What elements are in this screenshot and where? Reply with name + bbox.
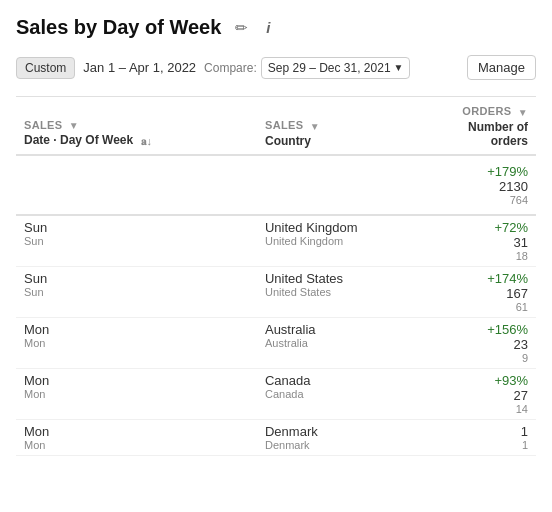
- change-1: +174%: [430, 271, 528, 286]
- country-secondary-4: Denmark: [265, 439, 414, 451]
- cell-orders-0: +72% 31 18: [422, 215, 536, 267]
- day-primary-1: Sun: [24, 271, 249, 286]
- country-primary-3: Canada: [265, 373, 414, 388]
- cell-day-3: Mon Mon: [16, 368, 257, 419]
- cell-day-0: Sun Sun: [16, 215, 257, 267]
- sort-icon-1: ▼: [69, 120, 79, 131]
- orders-secondary-0: 18: [430, 250, 528, 262]
- summary-orders-secondary: 764: [430, 194, 528, 206]
- country-secondary-0: United Kingdom: [265, 235, 414, 247]
- toolbar: Custom Jan 1 – Apr 1, 2022 Compare: Sep …: [16, 55, 536, 80]
- summary-orders: +179% 2130 764: [422, 155, 536, 215]
- sort-icon-3: ▼: [518, 107, 528, 118]
- country-primary-0: United Kingdom: [265, 220, 414, 235]
- info-icon: i: [266, 19, 270, 36]
- day-primary-4: Mon: [24, 424, 249, 439]
- date-range: Jan 1 – Apr 1, 2022: [83, 60, 196, 75]
- country-primary-1: United States: [265, 271, 414, 286]
- cell-country-1: United States United States: [257, 266, 422, 317]
- page-header: Sales by Day of Week ✏ i: [16, 16, 536, 39]
- cell-orders-2: +156% 23 9: [422, 317, 536, 368]
- cell-orders-3: +93% 27 14: [422, 368, 536, 419]
- day-primary-2: Mon: [24, 322, 249, 337]
- col-sub-day: Date · Day Of Week 𝐚↓: [24, 133, 249, 147]
- col-group-orders: ORDERS ▼: [462, 105, 528, 117]
- day-primary-3: Mon: [24, 373, 249, 388]
- day-primary-0: Sun: [24, 220, 249, 235]
- sort-icon-2: ▼: [310, 121, 320, 132]
- day-secondary-4: Mon: [24, 439, 249, 451]
- table-row: Sun Sun United Kingdom United Kingdom +7…: [16, 215, 536, 267]
- summary-country: [257, 155, 422, 215]
- country-secondary-2: Australia: [265, 337, 414, 349]
- table-row: Mon Mon Australia Australia +156% 23 9: [16, 317, 536, 368]
- day-secondary-3: Mon: [24, 388, 249, 400]
- cell-orders-1: +174% 167 61: [422, 266, 536, 317]
- page-title: Sales by Day of Week: [16, 16, 221, 39]
- compare-value: Sep 29 – Dec 31, 2021: [268, 61, 391, 75]
- cell-country-4: Denmark Denmark: [257, 419, 422, 455]
- orders-primary-4: 1: [430, 424, 528, 439]
- orders-secondary-3: 14: [430, 403, 528, 415]
- cell-orders-4: 1 1: [422, 419, 536, 455]
- cell-country-3: Canada Canada: [257, 368, 422, 419]
- edit-button[interactable]: ✏: [231, 17, 252, 39]
- day-secondary-1: Sun: [24, 286, 249, 298]
- orders-primary-2: 23: [430, 337, 528, 352]
- compare-label: Compare:: [204, 61, 257, 75]
- cell-day-2: Mon Mon: [16, 317, 257, 368]
- col-sub-country: Country: [265, 134, 414, 148]
- summary-day: [16, 155, 257, 215]
- edit-icon: ✏: [235, 19, 248, 36]
- table-row: Mon Mon Denmark Denmark 1 1: [16, 419, 536, 455]
- col-header-orders-group[interactable]: ORDERS ▼ Number of orders: [422, 97, 536, 155]
- chevron-down-icon: ▼: [394, 62, 404, 73]
- manage-button[interactable]: Manage: [467, 55, 536, 80]
- col-header-country[interactable]: SALES ▼ Country: [257, 97, 422, 155]
- country-secondary-1: United States: [265, 286, 414, 298]
- orders-secondary-4: 1: [430, 439, 528, 451]
- day-secondary-0: Sun: [24, 235, 249, 247]
- orders-secondary-1: 61: [430, 301, 528, 313]
- col-header-day[interactable]: SALES ▼ Date · Day Of Week 𝐚↓: [16, 97, 257, 155]
- orders-primary-0: 31: [430, 235, 528, 250]
- country-primary-4: Denmark: [265, 424, 414, 439]
- info-button[interactable]: i: [262, 17, 274, 38]
- data-table: SALES ▼ Date · Day Of Week 𝐚↓ SALES ▼ Co…: [16, 96, 536, 456]
- az-sort-icon: 𝐚↓: [141, 135, 153, 148]
- country-secondary-3: Canada: [265, 388, 414, 400]
- col-sub-orders: Number of orders: [430, 120, 528, 148]
- summary-change: +179%: [430, 164, 528, 179]
- orders-primary-1: 167: [430, 286, 528, 301]
- day-secondary-2: Mon: [24, 337, 249, 349]
- cell-country-2: Australia Australia: [257, 317, 422, 368]
- col-group-sales-2: SALES ▼: [265, 119, 320, 131]
- change-3: +93%: [430, 373, 528, 388]
- summary-orders-primary: 2130: [430, 179, 528, 194]
- table-row: Mon Mon Canada Canada +93% 27 14: [16, 368, 536, 419]
- orders-primary-3: 27: [430, 388, 528, 403]
- col-group-sales-1: SALES ▼: [24, 119, 79, 131]
- country-primary-2: Australia: [265, 322, 414, 337]
- summary-row: +179% 2130 764: [16, 155, 536, 215]
- compare-section: Compare: Sep 29 – Dec 31, 2021 ▼: [204, 57, 410, 79]
- compare-dropdown[interactable]: Sep 29 – Dec 31, 2021 ▼: [261, 57, 411, 79]
- cell-day-4: Mon Mon: [16, 419, 257, 455]
- cell-country-0: United Kingdom United Kingdom: [257, 215, 422, 267]
- table-row: Sun Sun United States United States +174…: [16, 266, 536, 317]
- orders-secondary-2: 9: [430, 352, 528, 364]
- custom-badge[interactable]: Custom: [16, 57, 75, 79]
- change-0: +72%: [430, 220, 528, 235]
- cell-day-1: Sun Sun: [16, 266, 257, 317]
- change-2: +156%: [430, 322, 528, 337]
